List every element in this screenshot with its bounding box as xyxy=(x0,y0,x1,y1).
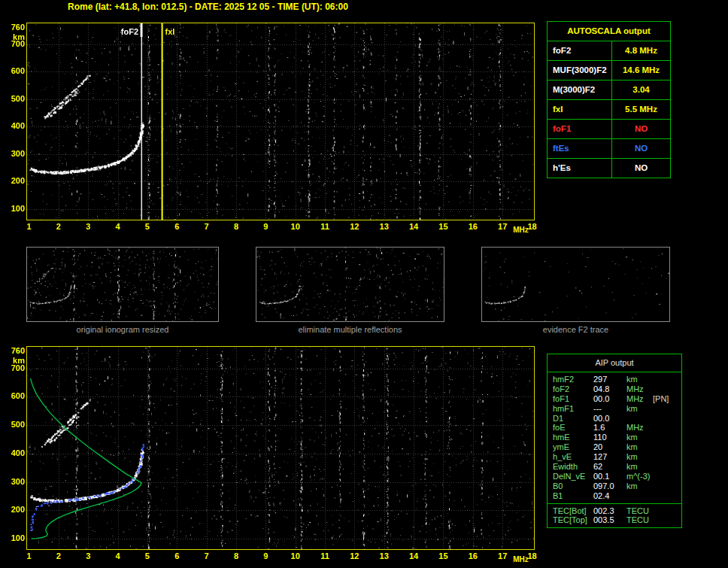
aip-param-unit: km xyxy=(624,481,653,491)
y-tick-top-200: 200 xyxy=(0,176,25,186)
x-tick-bottom-5: 5 xyxy=(138,551,157,561)
x-tick-top-4: 4 xyxy=(108,222,128,232)
aip-row-hmE: hmE110km xyxy=(548,433,681,442)
y-tick-bottom-300: 300 xyxy=(0,477,25,487)
thumbnail-filtered-ionogram xyxy=(256,247,444,322)
x-tick-bottom-12: 12 xyxy=(344,551,364,561)
aip-row-DelN_vE: DelN_vE00.1m^(-3) xyxy=(548,472,681,481)
x-tick-top-12: 12 xyxy=(344,222,364,232)
y-tick-top-100: 100 xyxy=(0,204,25,214)
aip-param-unit: km xyxy=(624,442,653,452)
x-tick-top-2: 2 xyxy=(49,222,68,232)
y-tick-bottom-100: 100 xyxy=(0,533,25,543)
autoscala-param-value: NO xyxy=(611,159,670,178)
x-tick-bottom-2: 2 xyxy=(49,551,68,561)
aip-param-label: hmE xyxy=(548,433,591,442)
aip-param-label: TEC[Top] xyxy=(548,515,591,525)
aip-param-extra: [PN] xyxy=(653,394,669,404)
autoscala-row-3: fxI5.5 MHz xyxy=(548,100,670,120)
x-tick-top-17: 17 xyxy=(493,222,512,232)
autoscala-param-value: NO xyxy=(611,139,670,158)
y-tick-top-600: 600 xyxy=(0,66,25,76)
y-tick-top-400: 400 xyxy=(0,121,25,131)
aip-param-label: DelN_vE xyxy=(548,472,591,481)
aip-param-value: 110 xyxy=(591,433,624,442)
y-tick-bottom-500: 500 xyxy=(0,420,25,430)
aip-row-hmF1: hmF1---km xyxy=(548,404,681,414)
aip-row-h_vE: h_vE127km xyxy=(548,452,681,462)
autoscala-param-value: 14.6 MHz xyxy=(611,61,670,80)
station-header: Rome (lat: +41.8, lon: 012.5) - DATE: 20… xyxy=(68,2,348,12)
profile-ionogram-canvas xyxy=(27,347,534,549)
x-tick-bottom-8: 8 xyxy=(226,551,246,561)
y-axis-unit-bottom: km xyxy=(0,356,25,366)
thumbnail-caption-filtered: eliminate multiple reflections xyxy=(256,325,444,334)
autoscala-panel: AUTOSCALA output foF24.8 MHzMUF(3000)F21… xyxy=(547,21,671,178)
aip-param-value: 20 xyxy=(591,442,624,452)
thumbnail-f2-canvas xyxy=(482,248,669,321)
main-ionogram-panel xyxy=(26,23,535,220)
autoscala-param-value: 5.5 MHz xyxy=(611,100,670,119)
x-tick-top-11: 11 xyxy=(315,222,335,232)
aip-row-B0: B0097.0km xyxy=(548,481,681,491)
aip-row-D1: D100.0 xyxy=(548,414,681,424)
fxI-marker-label: fxI xyxy=(165,27,175,36)
autoscala-param-label: fxI xyxy=(548,100,611,119)
y-tick-top-300: 300 xyxy=(0,149,25,159)
autoscala-output-screen: Rome (lat: +41.8, lon: 012.5) - DATE: 20… xyxy=(0,0,728,568)
profile-ionogram-panel xyxy=(26,346,535,550)
y-axis-unit-top: km xyxy=(0,32,25,42)
aip-param-value: 002.3 xyxy=(591,506,624,516)
x-tick-bottom-15: 15 xyxy=(433,551,453,561)
foF2-marker-label: foF2 xyxy=(114,27,138,36)
aip-panel: AIP output hmF2297kmfoF204.8MHzfoF100.0M… xyxy=(547,354,682,528)
autoscala-param-label: h'Es xyxy=(548,159,611,178)
aip-row-B1: B102.4 xyxy=(548,491,681,501)
aip-param-value: 297 xyxy=(591,375,624,384)
aip-panel-title: AIP output xyxy=(548,354,681,372)
aip-row-foF1: foF100.0MHz[PN] xyxy=(548,394,681,404)
autoscala-row-2: M(3000)F23.04 xyxy=(548,80,670,100)
aip-param-label: D1 xyxy=(548,414,591,424)
x-tick-bottom-11: 11 xyxy=(315,551,335,561)
autoscala-row-5: ftEsNO xyxy=(548,139,670,159)
x-tick-top-15: 15 xyxy=(433,222,453,232)
x-tick-top-5: 5 xyxy=(138,222,157,232)
aip-param-unit: MHz xyxy=(624,423,653,433)
x-axis-unit-top: MHz xyxy=(513,226,529,234)
x-tick-bottom-9: 9 xyxy=(256,551,275,561)
aip-param-value: 04.8 xyxy=(591,384,624,394)
x-tick-top-16: 16 xyxy=(463,222,483,232)
aip-row-ymE: ymE20km xyxy=(548,442,681,452)
autoscala-param-label: MUF(3000)F2 xyxy=(548,61,611,80)
y-tick-top-500: 500 xyxy=(0,94,25,104)
aip-param-label: TEC[Bot] xyxy=(548,506,591,516)
x-tick-bottom-1: 1 xyxy=(20,551,39,561)
autoscala-row-4: foF1NO xyxy=(548,120,670,139)
aip-param-value: 1.6 xyxy=(591,423,624,433)
x-tick-top-6: 6 xyxy=(167,222,187,232)
y-tick-bottom-760: 760 xyxy=(0,346,25,356)
autoscala-param-label: foF1 xyxy=(548,120,611,138)
autoscala-param-label: M(3000)F2 xyxy=(548,80,611,99)
autoscala-param-label: foF2 xyxy=(548,41,611,60)
aip-param-value: 62 xyxy=(591,462,624,472)
aip-row-TEC[Bot]: TEC[Bot]002.3TECU xyxy=(548,506,681,516)
thumbnail-original-canvas xyxy=(27,248,218,321)
aip-param-value: 00.0 xyxy=(591,414,624,424)
aip-param-unit: MHz xyxy=(624,384,653,394)
aip-param-value: 003.5 xyxy=(591,515,624,525)
aip-param-unit: km xyxy=(624,433,653,442)
aip-row-hmF2: hmF2297km xyxy=(548,375,681,384)
aip-param-value: --- xyxy=(591,404,624,414)
aip-param-unit: m^(-3) xyxy=(624,472,653,481)
aip-param-label: foF1 xyxy=(548,394,591,404)
x-tick-bottom-16: 16 xyxy=(463,551,483,561)
aip-row-foF2: foF204.8MHz xyxy=(548,384,681,394)
autoscala-panel-title: AUTOSCALA output xyxy=(548,22,670,41)
aip-param-label: Ewidth xyxy=(548,462,591,472)
aip-param-value: 127 xyxy=(591,452,624,462)
autoscala-param-label: ftEs xyxy=(548,139,611,158)
aip-param-label: B1 xyxy=(548,491,591,501)
thumbnail-f2-trace xyxy=(481,247,670,322)
